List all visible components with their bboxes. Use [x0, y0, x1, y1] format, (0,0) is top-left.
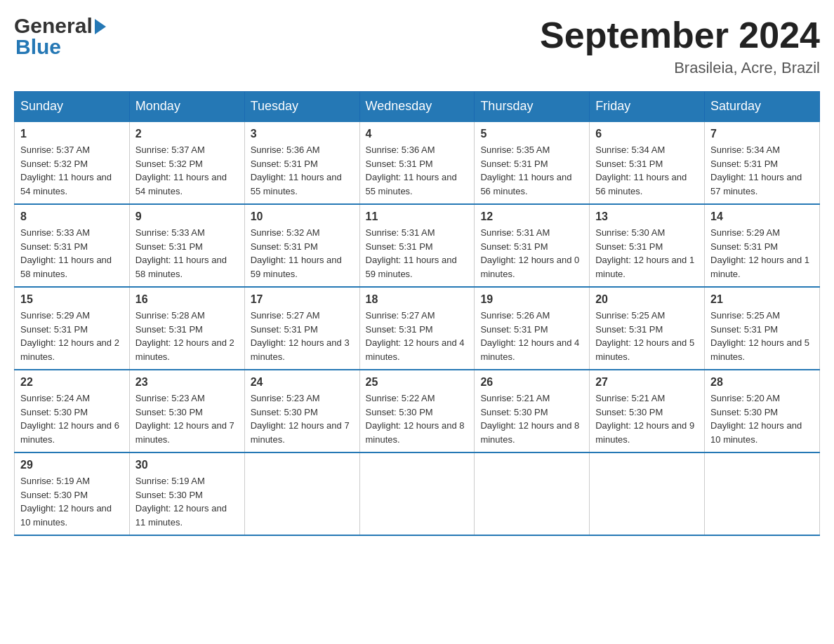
day-number: 12	[480, 210, 583, 223]
day-info: Sunrise: 5:28 AMSunset: 5:31 PMDaylight:…	[135, 309, 239, 363]
day-info: Sunrise: 5:30 AMSunset: 5:31 PMDaylight:…	[595, 226, 699, 281]
day-info: Sunrise: 5:35 AMSunset: 5:31 PMDaylight:…	[480, 143, 583, 198]
header-row: SundayMondayTuesdayWednesdayThursdayFrid…	[15, 92, 820, 122]
day-info: Sunrise: 5:34 AMSunset: 5:31 PMDaylight:…	[710, 143, 814, 198]
calendar-cell: 16Sunrise: 5:28 AMSunset: 5:31 PMDayligh…	[129, 287, 244, 370]
day-info: Sunrise: 5:29 AMSunset: 5:31 PMDaylight:…	[710, 226, 814, 281]
day-header-wednesday: Wednesday	[359, 92, 475, 122]
logo-triangle-icon	[95, 19, 106, 34]
calendar-cell	[475, 452, 590, 535]
calendar-cell: 10Sunrise: 5:32 AMSunset: 5:31 PMDayligh…	[244, 204, 359, 287]
day-number: 30	[135, 459, 239, 471]
day-info: Sunrise: 5:23 AMSunset: 5:30 PMDaylight:…	[251, 391, 354, 446]
calendar-cell: 18Sunrise: 5:27 AMSunset: 5:31 PMDayligh…	[359, 287, 475, 370]
main-title: September 2024	[540, 14, 820, 56]
day-number: 9	[135, 210, 239, 223]
calendar-week-2: 8Sunrise: 5:33 AMSunset: 5:31 PMDaylight…	[15, 204, 820, 287]
day-header-monday: Monday	[129, 92, 244, 122]
day-info: Sunrise: 5:32 AMSunset: 5:31 PMDaylight:…	[251, 226, 354, 281]
day-number: 16	[135, 293, 239, 306]
calendar-cell: 20Sunrise: 5:25 AMSunset: 5:31 PMDayligh…	[590, 287, 705, 370]
calendar-week-1: 1Sunrise: 5:37 AMSunset: 5:32 PMDaylight…	[15, 121, 820, 204]
day-number: 18	[366, 293, 469, 306]
calendar-cell	[244, 452, 359, 535]
calendar-cell: 11Sunrise: 5:31 AMSunset: 5:31 PMDayligh…	[359, 204, 475, 287]
calendar-cell: 6Sunrise: 5:34 AMSunset: 5:31 PMDaylight…	[590, 121, 705, 204]
calendar-cell: 25Sunrise: 5:22 AMSunset: 5:30 PMDayligh…	[359, 370, 475, 452]
day-info: Sunrise: 5:21 AMSunset: 5:30 PMDaylight:…	[595, 391, 699, 446]
day-info: Sunrise: 5:25 AMSunset: 5:31 PMDaylight:…	[595, 309, 699, 363]
day-number: 11	[366, 210, 469, 223]
day-number: 24	[251, 376, 354, 389]
day-info: Sunrise: 5:31 AMSunset: 5:31 PMDaylight:…	[480, 226, 583, 281]
calendar-week-4: 22Sunrise: 5:24 AMSunset: 5:30 PMDayligh…	[15, 370, 820, 452]
calendar-cell: 17Sunrise: 5:27 AMSunset: 5:31 PMDayligh…	[244, 287, 359, 370]
day-info: Sunrise: 5:23 AMSunset: 5:30 PMDaylight:…	[135, 391, 239, 446]
day-header-friday: Friday	[590, 92, 705, 122]
calendar-cell	[590, 452, 705, 535]
day-number: 26	[480, 376, 583, 389]
day-number: 13	[595, 210, 699, 223]
day-number: 23	[135, 376, 239, 389]
day-info: Sunrise: 5:19 AMSunset: 5:30 PMDaylight:…	[20, 474, 124, 529]
calendar-cell: 2Sunrise: 5:37 AMSunset: 5:32 PMDaylight…	[129, 121, 244, 204]
calendar-cell: 28Sunrise: 5:20 AMSunset: 5:30 PMDayligh…	[705, 370, 820, 452]
day-info: Sunrise: 5:33 AMSunset: 5:31 PMDaylight:…	[20, 226, 124, 281]
day-info: Sunrise: 5:36 AMSunset: 5:31 PMDaylight:…	[366, 143, 469, 198]
day-number: 19	[480, 293, 583, 306]
calendar-cell: 23Sunrise: 5:23 AMSunset: 5:30 PMDayligh…	[129, 370, 244, 452]
day-number: 8	[20, 210, 124, 223]
day-number: 5	[480, 128, 583, 140]
calendar-cell: 15Sunrise: 5:29 AMSunset: 5:31 PMDayligh…	[15, 287, 130, 370]
calendar-cell	[359, 452, 475, 535]
day-info: Sunrise: 5:37 AMSunset: 5:32 PMDaylight:…	[20, 143, 124, 198]
calendar-cell: 7Sunrise: 5:34 AMSunset: 5:31 PMDaylight…	[705, 121, 820, 204]
calendar-body: 1Sunrise: 5:37 AMSunset: 5:32 PMDaylight…	[15, 121, 820, 535]
calendar-cell: 30Sunrise: 5:19 AMSunset: 5:30 PMDayligh…	[129, 452, 244, 535]
calendar-cell: 1Sunrise: 5:37 AMSunset: 5:32 PMDaylight…	[15, 121, 130, 204]
logo-line1: General	[14, 14, 106, 38]
day-info: Sunrise: 5:25 AMSunset: 5:31 PMDaylight:…	[710, 309, 814, 363]
day-number: 25	[366, 376, 469, 389]
day-number: 29	[20, 459, 124, 471]
day-number: 20	[595, 293, 699, 306]
day-header-sunday: Sunday	[15, 92, 130, 122]
day-number: 6	[595, 128, 699, 140]
calendar-cell: 5Sunrise: 5:35 AMSunset: 5:31 PMDaylight…	[475, 121, 590, 204]
day-number: 2	[135, 128, 239, 140]
day-info: Sunrise: 5:31 AMSunset: 5:31 PMDaylight:…	[366, 226, 469, 281]
day-info: Sunrise: 5:29 AMSunset: 5:31 PMDaylight:…	[20, 309, 124, 363]
day-info: Sunrise: 5:24 AMSunset: 5:30 PMDaylight:…	[20, 391, 124, 446]
day-info: Sunrise: 5:27 AMSunset: 5:31 PMDaylight:…	[366, 309, 469, 363]
subtitle: Brasileia, Acre, Brazil	[540, 59, 820, 77]
day-info: Sunrise: 5:33 AMSunset: 5:31 PMDaylight:…	[135, 226, 239, 281]
day-number: 15	[20, 293, 124, 306]
page-header: General Blue September 2024 Brasileia, A…	[14, 14, 820, 77]
day-number: 27	[595, 376, 699, 389]
calendar-cell: 14Sunrise: 5:29 AMSunset: 5:31 PMDayligh…	[705, 204, 820, 287]
day-number: 21	[710, 293, 814, 306]
logo: General Blue	[14, 14, 106, 59]
calendar-week-5: 29Sunrise: 5:19 AMSunset: 5:30 PMDayligh…	[15, 452, 820, 535]
calendar-header: SundayMondayTuesdayWednesdayThursdayFrid…	[15, 92, 820, 122]
day-info: Sunrise: 5:22 AMSunset: 5:30 PMDaylight:…	[366, 391, 469, 446]
day-info: Sunrise: 5:20 AMSunset: 5:30 PMDaylight:…	[710, 391, 814, 446]
day-header-tuesday: Tuesday	[244, 92, 359, 122]
day-number: 14	[710, 210, 814, 223]
day-info: Sunrise: 5:27 AMSunset: 5:31 PMDaylight:…	[251, 309, 354, 363]
day-info: Sunrise: 5:34 AMSunset: 5:31 PMDaylight:…	[595, 143, 699, 198]
day-number: 17	[251, 293, 354, 306]
calendar-cell: 3Sunrise: 5:36 AMSunset: 5:31 PMDaylight…	[244, 121, 359, 204]
calendar-cell: 22Sunrise: 5:24 AMSunset: 5:30 PMDayligh…	[15, 370, 130, 452]
logo-blue-text: Blue	[14, 35, 61, 59]
calendar-week-3: 15Sunrise: 5:29 AMSunset: 5:31 PMDayligh…	[15, 287, 820, 370]
calendar-cell: 27Sunrise: 5:21 AMSunset: 5:30 PMDayligh…	[590, 370, 705, 452]
calendar-cell	[705, 452, 820, 535]
day-info: Sunrise: 5:37 AMSunset: 5:32 PMDaylight:…	[135, 143, 239, 198]
calendar-cell: 13Sunrise: 5:30 AMSunset: 5:31 PMDayligh…	[590, 204, 705, 287]
day-number: 10	[251, 210, 354, 223]
day-info: Sunrise: 5:26 AMSunset: 5:31 PMDaylight:…	[480, 309, 583, 363]
calendar-cell: 21Sunrise: 5:25 AMSunset: 5:31 PMDayligh…	[705, 287, 820, 370]
day-info: Sunrise: 5:21 AMSunset: 5:30 PMDaylight:…	[480, 391, 583, 446]
calendar-cell: 29Sunrise: 5:19 AMSunset: 5:30 PMDayligh…	[15, 452, 130, 535]
